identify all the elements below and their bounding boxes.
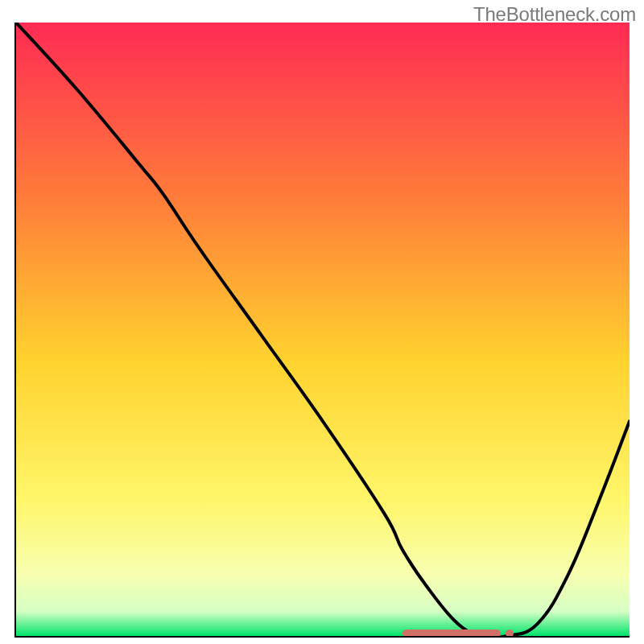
- watermark-text: TheBottleneck.com: [473, 3, 636, 26]
- chart-stage: TheBottleneck.com: [0, 0, 644, 644]
- axes-frame: [14, 23, 630, 638]
